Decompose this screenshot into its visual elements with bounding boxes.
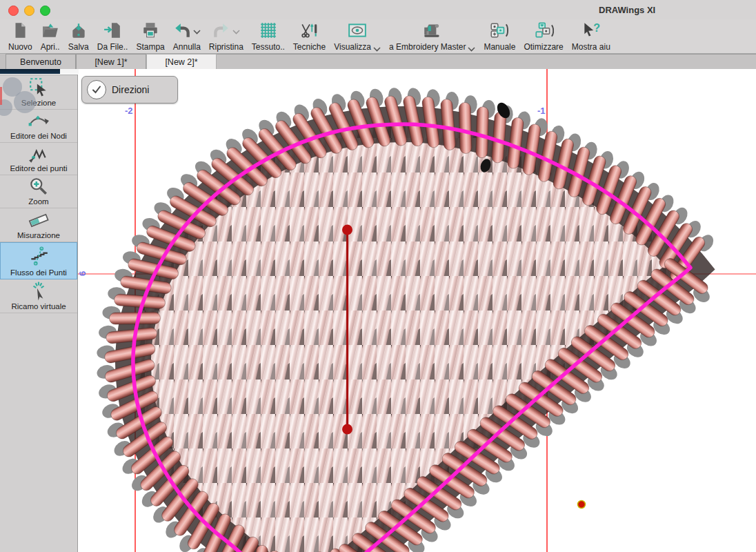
embroidery-canvas[interactable] — [0, 69, 756, 552]
sidebar-item-label: Editore dei punti — [10, 164, 67, 172]
sidebar-item-editore-dei-nodi[interactable]: Editore dei Nodi — [0, 110, 77, 143]
open-folder-icon — [41, 21, 59, 42]
sidebar-item-flusso-dei-punti[interactable]: Flusso dei Punti — [0, 242, 77, 279]
help-cursor-icon: ? — [581, 21, 601, 42]
direzioni-label: Direzioni — [112, 84, 149, 95]
point-editor-icon — [28, 143, 50, 164]
toolbar-label: Mostra aiu — [572, 42, 610, 52]
toolbar-stampa-button[interactable]: Stampa — [136, 22, 164, 52]
redo-arrow-icon — [212, 21, 230, 42]
toolbar-da-file-button[interactable]: Da File.. — [97, 22, 128, 52]
toolbar-label: Manuale — [484, 42, 515, 52]
toolbar-label: Salva — [68, 42, 89, 52]
sidebar-item-editore-dei-punti[interactable]: Editore dei punti — [0, 143, 77, 175]
view-eye-icon — [348, 21, 367, 42]
toolbar-nuovo-button[interactable]: Nuovo — [8, 22, 32, 52]
chevron-down-icon[interactable] — [232, 30, 240, 34]
printer-icon — [141, 21, 159, 42]
toolbar-ripristina-button[interactable]: Ripristina — [209, 22, 243, 52]
node-editor-icon — [28, 110, 50, 132]
ghost-red-artifact — [0, 87, 2, 105]
window-titlebar: DRAWings XI — [0, 0, 756, 19]
traffic-lights — [8, 6, 50, 16]
design-canvas-area: -2 -1 6 SelezioneEditore dei NodiEditore… — [0, 69, 756, 552]
canvas-edge-artifact — [0, 69, 60, 74]
main-toolbar: NuovoApri..SalvaDa File..StampaAnnullaRi… — [0, 19, 756, 54]
toolbar-label: Annulla — [173, 42, 201, 52]
tabbar-filler — [217, 54, 756, 69]
checkmark-icon — [87, 80, 106, 99]
manual-sequence-icon — [489, 21, 510, 42]
zoom-magnifier-icon — [28, 175, 49, 197]
toolbar-tessuto-button[interactable]: Tessuto.. — [252, 22, 285, 52]
direzioni-button[interactable]: Direzioni — [81, 76, 178, 103]
close-window-button[interactable] — [8, 6, 19, 16]
toolbar-label: Ripristina — [209, 42, 243, 52]
canvas-edge-artifact-light — [60, 69, 79, 74]
toolbar-embroidery-master-button[interactable]: a Embroidery Master — [389, 22, 475, 52]
toolbar-mostra-aiuto-button[interactable]: ?Mostra aiu — [572, 22, 610, 52]
document-tabbar: Benvenuto[New 1]*[New 2]* — [0, 54, 756, 69]
tab-benvenuto[interactable]: Benvenuto — [6, 54, 76, 69]
from-file-icon — [103, 21, 121, 42]
sidebar-item-label: Zoom — [28, 197, 48, 206]
new-document-icon — [11, 21, 29, 42]
toolbar-label: Tecniche — [293, 42, 326, 52]
tools-sidebar: SelezioneEditore dei NodiEditore dei pun… — [0, 75, 78, 552]
sidebar-item-label: Flusso dei Punti — [10, 268, 67, 277]
toolbar-label: Apri.. — [41, 42, 60, 52]
direction-line-end-handle[interactable] — [342, 424, 352, 435]
virtual-embroidery-icon — [28, 279, 49, 302]
embroidery-object[interactable] — [95, 86, 717, 552]
ghost-stitch-blob — [14, 91, 36, 113]
ruler-label-y1: 6 — [77, 271, 88, 276]
stitch-point-marker[interactable] — [578, 501, 586, 509]
toolbar-label: Visualizza — [334, 42, 371, 52]
save-disk-icon — [70, 21, 88, 42]
tab-new-2[interactable]: [New 2]* — [146, 54, 217, 69]
sidebar-item-label: Ricamo virtuale — [11, 302, 66, 310]
sidebar-item-label: Misurazione — [17, 231, 60, 239]
chevron-down-icon[interactable] — [468, 47, 475, 52]
toolbar-apri-button[interactable]: Apri.. — [41, 22, 60, 52]
direction-line-start-handle[interactable] — [342, 225, 352, 235]
window-title: DRAWings XI — [599, 5, 655, 15]
toolbar-label: Stampa — [136, 42, 164, 52]
sidebar-item-label: Editore dei Nodi — [10, 132, 67, 140]
toolbar-label: Otimizzare — [524, 42, 563, 52]
stitch-flow-icon — [28, 243, 50, 268]
sidebar-item-misurazione[interactable]: Misurazione — [0, 208, 77, 242]
chevron-down-icon[interactable] — [193, 30, 201, 34]
ruler-label-x1: -2 — [125, 106, 133, 116]
techniques-tools-icon — [301, 21, 319, 42]
toolbar-visualizza-button[interactable]: Visualizza — [334, 22, 381, 52]
toolbar-annulla-button[interactable]: Annulla — [173, 22, 201, 52]
toolbar-label: Da File.. — [97, 42, 128, 52]
ruler-label-x2: -1 — [537, 106, 546, 116]
toolbar-label: Tessuto.. — [252, 42, 285, 52]
svg-text:?: ? — [593, 21, 600, 34]
sidebar-item-ricamo-virtuale[interactable]: Ricamo virtuale — [0, 279, 77, 313]
toolbar-otimizzare-button[interactable]: Otimizzare — [524, 22, 563, 52]
toolbar-manuale-button[interactable]: Manuale — [484, 22, 515, 52]
toolbar-tecniche-button[interactable]: Tecniche — [293, 22, 326, 52]
measure-ruler-icon — [27, 208, 50, 231]
optimize-sequence-icon — [533, 21, 554, 42]
tab-new-1[interactable]: [New 1]* — [76, 54, 146, 69]
sidebar-item-zoom[interactable]: Zoom — [0, 175, 77, 208]
zoom-window-button[interactable] — [40, 6, 50, 16]
undo-arrow-icon — [173, 21, 191, 42]
toolbar-label: a Embroidery Master — [389, 42, 466, 52]
chevron-down-icon[interactable] — [373, 47, 381, 52]
toolbar-salva-button[interactable]: Salva — [68, 22, 89, 52]
sewing-machine-icon — [422, 21, 443, 42]
toolbar-label: Nuovo — [8, 42, 32, 52]
minimize-window-button[interactable] — [24, 6, 34, 16]
fabric-grid-icon — [259, 21, 277, 42]
